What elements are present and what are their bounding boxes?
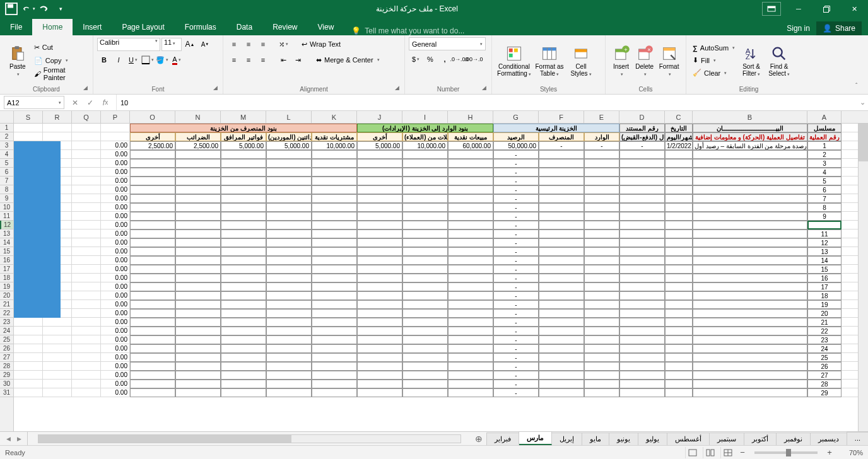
cell[interactable]: 0.00 (101, 159, 130, 168)
cell[interactable] (693, 371, 807, 380)
col-header-K[interactable]: K (312, 111, 357, 123)
cell[interactable]: - (493, 388, 539, 397)
cell[interactable] (312, 212, 357, 221)
cell[interactable] (619, 335, 665, 344)
cell[interactable] (357, 309, 402, 318)
cell[interactable] (43, 380, 72, 388)
cell[interactable] (665, 380, 693, 388)
cell[interactable]: - (493, 371, 539, 380)
col-header-H[interactable]: H (448, 111, 493, 123)
zoom-in-button[interactable]: + (825, 448, 834, 457)
cell[interactable]: 26 (807, 362, 842, 371)
cell[interactable]: - (493, 327, 539, 335)
cell[interactable] (357, 256, 402, 265)
cell[interactable] (43, 291, 72, 300)
cell[interactable]: 14 (807, 256, 842, 265)
cell[interactable] (43, 335, 72, 344)
cell[interactable] (693, 265, 807, 274)
cell[interactable] (72, 212, 101, 221)
merge-center-button[interactable]: ⬌Merge & Center▾ (314, 54, 382, 66)
cell[interactable] (175, 380, 221, 388)
cell[interactable]: - (493, 282, 539, 291)
row-header[interactable]: 20 (0, 291, 13, 300)
cell[interactable] (402, 380, 448, 388)
cell[interactable]: مبيعات نقدية (448, 132, 493, 141)
cell[interactable] (619, 318, 665, 327)
cell[interactable] (448, 212, 493, 221)
cell[interactable] (539, 353, 584, 362)
cell[interactable] (357, 388, 402, 397)
cell[interactable] (619, 221, 665, 230)
cell[interactable]: 13 (807, 247, 842, 256)
cell[interactable] (357, 318, 402, 327)
cell[interactable]: مسلسل (807, 124, 842, 132)
cell[interactable] (448, 344, 493, 353)
cell[interactable]: 10 (807, 221, 842, 230)
cell[interactable] (266, 380, 312, 388)
cell[interactable] (584, 168, 619, 177)
formula-input[interactable] (117, 95, 857, 110)
cell[interactable] (665, 221, 693, 230)
cell[interactable] (312, 247, 357, 256)
font-size-select[interactable]: 11▾ (161, 38, 182, 51)
cell[interactable] (72, 327, 101, 335)
cell[interactable] (357, 185, 402, 194)
cell[interactable] (175, 230, 221, 238)
tab-insert[interactable]: Insert (73, 19, 112, 35)
cell[interactable] (175, 150, 221, 159)
cell[interactable] (402, 203, 448, 212)
row-header[interactable]: 2 (0, 132, 13, 141)
cell[interactable] (221, 150, 266, 159)
cell[interactable] (43, 256, 72, 265)
cell[interactable] (221, 238, 266, 247)
cell[interactable] (43, 274, 72, 282)
cell[interactable] (402, 265, 448, 274)
cell[interactable] (175, 238, 221, 247)
cell[interactable] (43, 132, 72, 141)
cell[interactable] (221, 159, 266, 168)
cell[interactable] (539, 362, 584, 371)
cell[interactable] (448, 300, 493, 309)
cell[interactable] (584, 230, 619, 238)
cell[interactable] (221, 371, 266, 380)
cell[interactable] (402, 353, 448, 362)
cell[interactable]: 5,000.00 (266, 141, 312, 150)
cell[interactable] (693, 150, 807, 159)
cell[interactable] (357, 159, 402, 168)
cell[interactable] (266, 238, 312, 247)
fill-color-button[interactable]: 🪣▾ (155, 53, 169, 67)
col-header-G[interactable]: G (493, 111, 539, 123)
cell[interactable] (175, 256, 221, 265)
delete-cells-button[interactable]: ×Delete▾ (633, 44, 656, 77)
cell[interactable]: - (493, 177, 539, 185)
cell[interactable] (72, 159, 101, 168)
cell[interactable] (266, 256, 312, 265)
cell[interactable] (43, 353, 72, 362)
cell[interactable] (357, 177, 402, 185)
cell[interactable] (175, 327, 221, 335)
cell[interactable]: 7 (807, 194, 842, 203)
cell[interactable] (221, 247, 266, 256)
cell[interactable] (43, 300, 72, 309)
cell[interactable] (130, 247, 175, 256)
cell[interactable] (221, 168, 266, 177)
cell[interactable] (693, 388, 807, 397)
decrease-indent-icon[interactable]: ⇤ (276, 53, 290, 67)
cell[interactable] (175, 388, 221, 397)
cell[interactable] (619, 371, 665, 380)
zoom-level[interactable]: 70% (838, 449, 863, 456)
cell[interactable] (584, 353, 619, 362)
cell[interactable] (43, 362, 72, 371)
qat-customize-icon[interactable]: ▾ (53, 1, 68, 16)
cell[interactable] (130, 291, 175, 300)
cell[interactable] (221, 177, 266, 185)
cell[interactable] (72, 353, 101, 362)
cell[interactable] (72, 282, 101, 291)
cell[interactable] (357, 230, 402, 238)
cell[interactable]: 10,000.00 (312, 141, 357, 150)
cell[interactable] (539, 230, 584, 238)
cell[interactable]: المنصرف (539, 132, 584, 141)
cell[interactable] (665, 185, 693, 194)
cell[interactable] (312, 177, 357, 185)
sheet-tab[interactable]: يونيو (609, 433, 638, 445)
